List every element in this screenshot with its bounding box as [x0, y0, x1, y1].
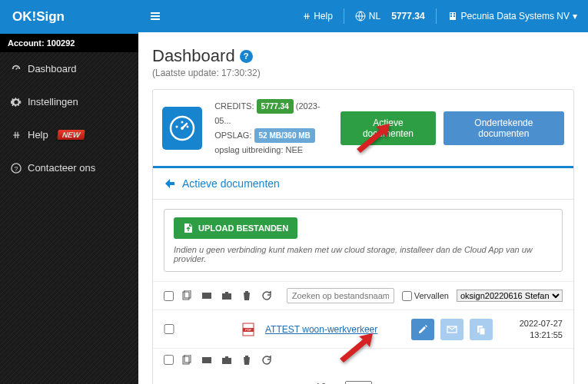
file-row: PDF ATTEST woon-werkverkeer 2022-07-27 1… [153, 310, 573, 348]
stats-block: CREDITS: 5777.34 (2023-05... OPSLAG: 52 … [214, 99, 328, 157]
section-title-row: Actieve documenten [153, 168, 573, 200]
pager: View 25 << >> [153, 372, 573, 384]
actieve-documenten-button[interactable]: Actieve documenten [341, 111, 436, 145]
panel-header: CREDITS: 5777.34 (2023-05... OPSLAG: 52 … [153, 90, 573, 168]
upload-icon [183, 223, 194, 233]
sidebar-item-help[interactable]: ⧺ Help NEW [0, 118, 138, 151]
vervallen-checkbox-label[interactable]: Vervallen [402, 291, 449, 301]
copy-action-button[interactable] [470, 319, 493, 340]
nav-label: Help [28, 129, 48, 141]
briefcase-icon[interactable] [221, 355, 232, 366]
select-all-checkbox-bottom[interactable] [164, 355, 174, 365]
topbar: ⧺ Help NL 5777.34 Pecunia Data Systems N… [138, 0, 588, 32]
page-title: Dashboard ? [152, 46, 574, 66]
svg-rect-28 [207, 357, 211, 363]
vervallen-checkbox[interactable] [402, 291, 412, 301]
duplicate-icon[interactable] [201, 290, 212, 301]
svg-rect-24 [480, 328, 485, 335]
account-label: Account: 100292 [0, 34, 138, 52]
upload-box: UPLOAD BESTANDEN Indien u geen verbindin… [164, 209, 563, 272]
sidebar-item-instellingen[interactable]: Instellingen [0, 85, 138, 118]
trash-icon[interactable] [241, 355, 252, 366]
dashboard-panel: CREDITS: 5777.34 (2023-05... OPSLAG: 52 … [152, 89, 574, 384]
svg-rect-16 [207, 293, 211, 299]
svg-text:?: ? [15, 164, 18, 172]
svg-point-9 [176, 125, 178, 127]
nav-label: Contacteer ons [28, 162, 95, 174]
file-checkbox[interactable] [164, 324, 174, 334]
gear-icon [11, 97, 22, 108]
list-toolbar-bottom [153, 348, 573, 372]
svg-rect-15 [202, 293, 207, 299]
opslag-pill: 52 MB/360 MB [254, 128, 315, 143]
topbar-lang[interactable]: NL [355, 11, 380, 22]
svg-rect-7 [453, 15, 455, 17]
svg-rect-18 [225, 292, 228, 293]
mail-action-button[interactable] [440, 319, 463, 340]
briefcase-icon[interactable] [221, 290, 232, 301]
svg-point-11 [187, 125, 189, 127]
question-icon: ? [11, 163, 22, 174]
svg-rect-27 [202, 357, 207, 363]
svg-rect-4 [450, 13, 452, 15]
credits-pill: 5777.34 [257, 99, 294, 114]
ondertekende-documenten-button[interactable]: Ondertekende documenten [443, 111, 564, 145]
content: Dashboard ? (Laatste update: 17:30:32) C… [138, 32, 588, 384]
title-help-icon[interactable]: ? [240, 50, 253, 63]
upload-button[interactable]: UPLOAD BESTANDEN [174, 217, 297, 239]
section-title-text: Actieve documenten [182, 177, 280, 190]
select-all-checkbox[interactable] [164, 291, 174, 301]
refresh-icon[interactable] [261, 290, 272, 301]
main-area: ⧺ Help NL 5777.34 Pecunia Data Systems N… [138, 0, 588, 384]
topbar-company[interactable]: Pecunia Data Systems NV ▾ [447, 11, 577, 22]
nav-label: Dashboard [28, 63, 77, 74]
page-subtitle: (Laatste update: 17:30:32) [152, 68, 574, 78]
sidebar-item-dashboard[interactable]: Dashboard [0, 52, 138, 85]
svg-point-12 [181, 127, 184, 130]
svg-rect-6 [450, 15, 452, 17]
copy-icon[interactable] [181, 290, 192, 301]
duplicate-icon[interactable] [201, 355, 212, 366]
svg-point-10 [181, 121, 184, 123]
svg-rect-30 [225, 356, 228, 358]
edit-action-button[interactable] [411, 319, 434, 340]
refresh-icon[interactable] [261, 355, 272, 366]
file-name-link[interactable]: ATTEST woon-werkverkeer [265, 324, 377, 335]
svg-text:PDF: PDF [245, 328, 252, 332]
topbar-credits[interactable]: 5777.34 [391, 11, 424, 22]
upload-note: Indien u geen verbinding kunt maken met … [174, 245, 553, 263]
trash-icon[interactable] [241, 290, 252, 301]
pdf-icon: PDF [242, 323, 254, 336]
nav-label: Instellingen [28, 96, 78, 108]
copy-icon[interactable] [181, 355, 192, 366]
sidebar-nav: Dashboard Instellingen ⧺ Help NEW ? Cont… [0, 52, 138, 184]
list-toolbar: Vervallen oksign20220616 Stefan [153, 281, 573, 310]
file-date: 2022-07-27 13:21:55 [520, 318, 563, 340]
gauge-icon [162, 107, 202, 150]
new-badge: NEW [57, 130, 85, 140]
topbar-help[interactable]: ⧺ Help [303, 11, 333, 22]
sidebar: OK!Sign Account: 100292 Dashboard Instel… [0, 0, 138, 384]
dashboard-icon [11, 64, 22, 74]
svg-rect-17 [222, 293, 231, 300]
menu-toggle[interactable] [149, 10, 161, 22]
brand-logo: OK!Sign [0, 0, 138, 34]
user-select[interactable]: oksign20220616 Stefan [457, 290, 563, 302]
search-input[interactable] [287, 288, 394, 303]
page-size-select[interactable]: 25 [345, 381, 372, 384]
help-icon: ⧺ [11, 130, 22, 141]
svg-rect-5 [453, 13, 455, 15]
svg-rect-29 [222, 358, 231, 364]
sidebar-item-contact[interactable]: ? Contacteer ons [0, 151, 138, 184]
back-arrow-icon[interactable] [164, 177, 176, 190]
